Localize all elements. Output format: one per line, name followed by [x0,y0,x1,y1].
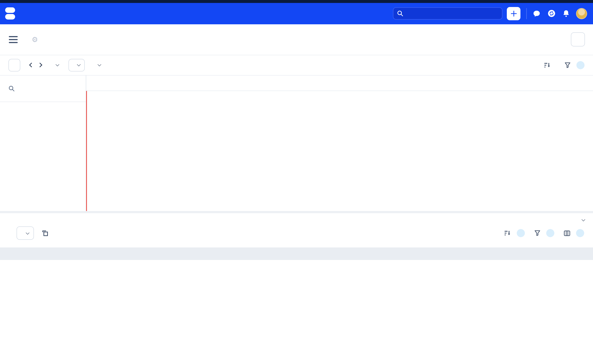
menu-icon[interactable] [9,36,18,43]
resource-panel [0,75,86,211]
work-sort-button[interactable] [504,229,525,237]
chevron-down-icon [582,218,585,221]
view-selector[interactable] [17,227,34,240]
app: ⚙ [0,0,593,364]
user-avatar[interactable] [576,8,587,19]
search-icon [8,85,15,91]
main-navbar [0,3,593,24]
create-button[interactable] [507,7,521,20]
schedule-swimlane [0,75,593,211]
filter-count-badge [576,61,585,69]
current-time-line [86,91,87,211]
work-panel [0,213,593,352]
view-toolbar [0,55,593,75]
search-icon [397,11,403,17]
global-search-input[interactable] [393,7,502,20]
chat-icon[interactable] [532,9,541,18]
navbar-right [393,7,587,20]
chevron-down-icon [98,63,101,66]
columns-icon [564,230,570,236]
os-top-strip [0,0,593,3]
timezone-selector[interactable] [94,64,100,66]
prev-icon[interactable] [29,63,34,67]
chevron-down-icon [77,63,81,66]
filter-icon [565,62,571,68]
navbar-divider [526,8,527,19]
date-range-selector[interactable] [52,64,58,66]
time-axis [86,91,593,102]
sort-icon [544,62,551,68]
schedule-sort-button[interactable] [544,62,554,68]
schedule-filter-button[interactable] [565,61,585,69]
today-button[interactable] [8,59,20,71]
sort-icon [504,230,511,236]
hide-list-button[interactable] [579,219,584,221]
work-filter-button[interactable] [534,229,554,237]
bell-icon[interactable] [561,9,571,18]
work-table [0,247,593,352]
sync-icon[interactable] [547,9,556,18]
chevron-down-icon [56,63,59,66]
work-columns-button[interactable] [564,229,584,237]
save-as-duplicate-button[interactable] [42,230,52,236]
work-toolbar [0,227,593,240]
next-icon[interactable] [38,63,42,67]
columns-count-badge [576,229,584,237]
duplicate-icon [42,230,48,236]
table-header-row [0,247,593,260]
schedule-grid [86,75,593,211]
sort-count-badge [517,229,525,237]
skedulo-logo-icon[interactable] [5,7,15,20]
filter-icon [534,230,540,236]
gear-icon[interactable]: ⚙ [32,35,38,44]
filter-count-badge [546,229,554,237]
duration-selector[interactable] [69,59,85,71]
optimize-button[interactable] [571,32,585,46]
panel-gap [0,211,593,213]
chevron-down-icon [26,231,29,234]
resource-search-input[interactable] [0,75,86,102]
page-header: ⚙ [0,24,593,55]
